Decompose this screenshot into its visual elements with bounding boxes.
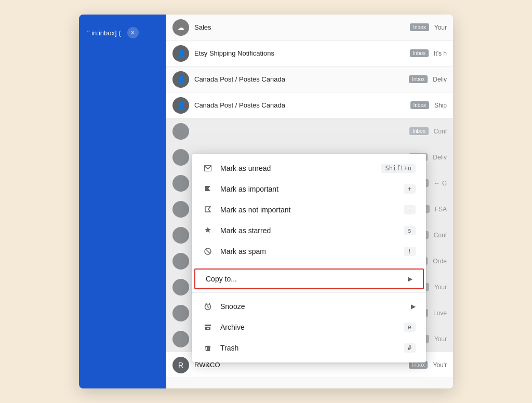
clock-icon: [203, 301, 213, 312]
menu-item-mark-important[interactable]: Mark as important +: [192, 179, 426, 199]
avatar: [172, 253, 189, 270]
sidebar-header: " in:inbox] ( ×: [79, 15, 166, 47]
email-preview: FSA: [435, 206, 447, 213]
table-row[interactable]: 👤 Canada Post / Postes Canada Inbox Deli…: [166, 66, 453, 92]
menu-shortcut: -: [404, 205, 416, 214]
email-sender: Etsy Shipping Notifications: [194, 49, 405, 57]
email-preview: Conf: [434, 128, 447, 135]
email-preview: Orde: [433, 258, 447, 265]
menu-shortcut: s: [404, 226, 416, 235]
avatar: R: [172, 357, 189, 373]
menu-item-label: Mark as important: [220, 185, 396, 193]
avatar: [172, 227, 189, 244]
avatar: [172, 279, 189, 295]
table-row[interactable]: 👤 Etsy Shipping Notifications Inbox It's…: [166, 41, 453, 66]
sidebar-search-label: " in:inbox] (: [87, 29, 121, 37]
email-preview: Conf: [434, 232, 447, 239]
menu-shortcut: #: [404, 343, 416, 353]
avatar: 👤: [172, 97, 189, 114]
svg-line-1: [206, 249, 210, 253]
menu-item-mark-unread[interactable]: Mark as unread Shift+u: [192, 158, 426, 179]
email-preview: You'r: [433, 361, 447, 369]
table-row[interactable]: Inbox Conf: [166, 118, 453, 144]
email-preview: ← G: [434, 180, 447, 187]
menu-item-label: Mark as not important: [220, 206, 396, 214]
email-sender: Canada Post / Postes Canada: [194, 75, 404, 83]
menu-item-snooze[interactable]: Snooze ▶: [192, 296, 426, 317]
close-button[interactable]: ×: [127, 27, 139, 38]
email-sender: Sales: [194, 23, 405, 31]
envelope-icon: [203, 163, 213, 173]
email-preview: Your: [434, 24, 447, 31]
menu-shortcut: e: [404, 323, 416, 332]
context-menu: Mark as unread Shift+u Mark as important…: [192, 154, 426, 362]
submenu-arrow-icon: ▶: [408, 275, 413, 283]
menu-item-label: Mark as starred: [220, 226, 396, 235]
menu-item-label: Snooze: [220, 302, 404, 311]
submenu-arrow-icon: ▶: [411, 303, 416, 310]
avatar: [172, 201, 189, 218]
menu-item-copy-to[interactable]: Copy to... ▶: [194, 268, 424, 289]
avatar: 👤: [172, 45, 189, 62]
archive-icon: [203, 322, 213, 332]
avatar: [172, 331, 189, 347]
table-row[interactable]: ☁ Sales Inbox Your: [166, 15, 453, 41]
avatar: [172, 175, 189, 192]
menu-shortcut: +: [404, 184, 416, 194]
avatar: [172, 305, 189, 321]
trash-icon: [203, 343, 213, 353]
email-preview: Ship: [434, 102, 447, 109]
menu-divider: [192, 265, 426, 265]
email-sender: Canada Post / Postes Canada: [194, 101, 405, 109]
sidebar: " in:inbox] ( × Feedba: [79, 15, 166, 388]
menu-item-mark-spam[interactable]: Mark as spam !: [192, 241, 426, 262]
inbox-badge: Inbox: [410, 23, 429, 31]
email-preview: Love: [433, 310, 447, 317]
inbox-badge: Inbox: [410, 101, 429, 109]
inbox-badge: Inbox: [409, 75, 428, 83]
menu-item-mark-starred[interactable]: Mark as starred s: [192, 220, 426, 241]
menu-item-label: Mark as unread: [220, 164, 374, 172]
star-icon: [203, 225, 213, 236]
table-row[interactable]: 👤 Canada Post / Postes Canada Inbox Ship: [166, 92, 453, 118]
menu-item-trash[interactable]: Trash #: [192, 338, 426, 358]
menu-item-archive[interactable]: Archive e: [192, 317, 426, 338]
menu-shortcut: !: [404, 247, 416, 256]
inbox-badge: Inbox: [409, 127, 428, 135]
inbox-badge: Inbox: [410, 49, 429, 57]
menu-item-label: Archive: [220, 323, 396, 331]
menu-item-mark-not-important[interactable]: Mark as not important -: [192, 199, 426, 220]
bookmark-off-icon: [203, 205, 213, 215]
ban-icon: [203, 246, 213, 257]
avatar: 👤: [172, 71, 189, 88]
app-window: " in:inbox] ( × Feedba ☁ Sales Inbox You…: [79, 15, 453, 388]
avatar: [172, 123, 189, 140]
email-preview: Your: [434, 335, 447, 343]
email-preview: Deliv: [433, 76, 447, 83]
menu-item-label: Copy to...: [206, 275, 401, 283]
email-preview: Your: [434, 284, 447, 291]
avatar: ☁: [172, 19, 189, 36]
menu-shortcut: Shift+u: [381, 164, 416, 173]
email-preview: It's h: [434, 50, 447, 57]
avatar: [172, 149, 189, 166]
menu-divider: [192, 292, 426, 293]
menu-item-label: Mark as spam: [220, 247, 396, 256]
menu-item-label: Trash: [220, 344, 396, 352]
bookmark-icon: [203, 184, 213, 194]
email-preview: Deliv: [433, 154, 447, 161]
